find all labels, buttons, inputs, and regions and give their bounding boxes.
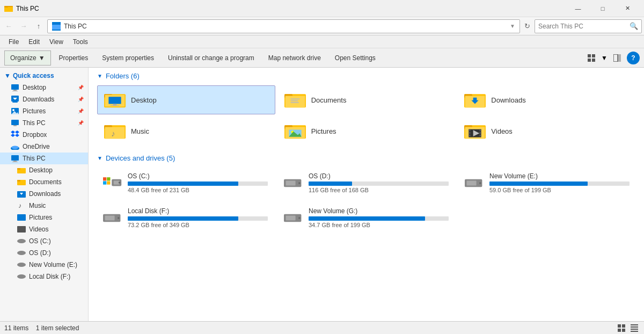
- svg-rect-80: [103, 177, 106, 180]
- sidebar-label: Downloads: [29, 190, 61, 198]
- drive-g[interactable]: New Volume (G:) 34.7 GB free of 199 GB: [278, 202, 455, 233]
- onedrive-icon: [11, 142, 19, 151]
- folder-pictures[interactable]: Pictures: [277, 117, 456, 146]
- search-icon[interactable]: 🔍: [630, 22, 638, 30]
- view-dropdown-icon[interactable]: ▼: [601, 54, 608, 62]
- item-count: 11 items: [4, 324, 28, 332]
- sidebar-label: This PC: [23, 155, 46, 162]
- folder-documents[interactable]: Documents: [277, 85, 456, 114]
- drive-d[interactable]: OS (D:) 116 GB free of 168 GB: [278, 168, 455, 198]
- sidebar-item-documents[interactable]: Documents: [0, 176, 88, 188]
- dropbox-icon: [11, 130, 19, 139]
- svg-rect-75: [469, 135, 471, 136]
- svg-rect-28: [12, 162, 18, 162]
- open-settings-button[interactable]: Open Settings: [329, 50, 382, 66]
- svg-rect-94: [105, 215, 115, 220]
- map-network-button[interactable]: Map network drive: [262, 50, 327, 66]
- menu-tools[interactable]: Tools: [69, 37, 92, 47]
- drives-grid: OS (C:) 48.4 GB free of 231 GB OS (D:): [97, 168, 635, 233]
- music-small-icon: ♪: [17, 201, 26, 210]
- drive-e-name: New Volume (E:): [489, 172, 630, 180]
- drive-d-bar: [309, 181, 449, 186]
- sidebar-item-e-drive[interactable]: New Volume (E:): [0, 259, 88, 271]
- forward-button[interactable]: →: [17, 20, 30, 33]
- folder-music[interactable]: ♪ Music: [97, 117, 275, 146]
- menu-edit[interactable]: Edit: [24, 37, 44, 47]
- sidebar-item-downloads[interactable]: Downloads: [0, 188, 88, 200]
- svg-point-95: [118, 217, 120, 219]
- svg-rect-26: [11, 155, 19, 161]
- drive-f-info: Local Disk (F:) 73.2 GB free of 349 GB: [128, 207, 268, 228]
- sidebar-label: Local Disk (F:): [29, 273, 70, 280]
- view-toggle-button[interactable]: [584, 50, 599, 66]
- sidebar-item-f-drive[interactable]: Local Disk (F:): [0, 271, 88, 282]
- sidebar-item-downloads-quick[interactable]: Downloads 📌: [0, 93, 88, 105]
- drive-e[interactable]: New Volume (E:) 59.0 GB free of 199 GB: [459, 168, 635, 198]
- svg-rect-2: [4, 6, 8, 8]
- quick-access-header[interactable]: ▼ Quick access: [0, 70, 88, 82]
- svg-point-86: [119, 181, 121, 184]
- address-dropdown-icon[interactable]: ▼: [510, 23, 515, 29]
- drive-d-free: 116 GB free of 168 GB: [309, 187, 449, 193]
- sidebar-item-pictures-quick[interactable]: Pictures 📌: [0, 105, 88, 117]
- titlebar-left: This PC: [4, 4, 39, 13]
- system-properties-button[interactable]: System properties: [96, 50, 160, 66]
- refresh-button[interactable]: ↻: [522, 22, 532, 30]
- svg-rect-101: [618, 329, 621, 332]
- svg-rect-54: [290, 102, 298, 103]
- back-button[interactable]: ←: [2, 20, 15, 33]
- address-box[interactable]: This PC ▼: [47, 19, 520, 33]
- selected-count: 1 item selected: [36, 324, 79, 332]
- sidebar-item-music[interactable]: ♪ Music: [0, 200, 88, 212]
- sidebar-item-desktop-quick[interactable]: Desktop 📌: [0, 82, 88, 93]
- drives-section-header[interactable]: ▼ Devices and drives (5): [97, 154, 635, 162]
- address-path: This PC: [64, 23, 508, 30]
- uninstall-button[interactable]: Uninstall or change a program: [162, 50, 260, 66]
- sidebar-item-pictures[interactable]: Pictures: [0, 212, 88, 223]
- sidebar-item-thispc-quick[interactable]: This PC 📌: [0, 117, 88, 129]
- drive-c[interactable]: OS (C:) 48.4 GB free of 231 GB: [97, 168, 274, 198]
- details-view-btn[interactable]: [629, 323, 640, 333]
- folder-name: Downloads: [491, 96, 525, 104]
- folders-chevron: ▼: [97, 73, 103, 79]
- pane-icon: [613, 54, 621, 62]
- drive-f-free: 73.2 GB free of 349 GB: [128, 222, 268, 228]
- organize-button[interactable]: Organize ▼: [4, 50, 51, 66]
- statusbar: 11 items 1 item selected: [0, 321, 644, 334]
- sidebar-item-desktop[interactable]: Desktop: [0, 164, 88, 176]
- large-icons-view-btn[interactable]: [616, 323, 627, 333]
- minimize-button[interactable]: —: [566, 0, 590, 17]
- up-button[interactable]: ↑: [32, 20, 45, 33]
- sidebar-item-videos[interactable]: Videos: [0, 223, 88, 235]
- properties-button[interactable]: Properties: [53, 50, 94, 66]
- folder-videos[interactable]: Videos: [457, 117, 635, 146]
- svg-point-98: [298, 217, 301, 219]
- svg-rect-11: [11, 84, 19, 90]
- sidebar-label: OneDrive: [23, 143, 50, 150]
- search-box[interactable]: 🔍: [535, 19, 642, 33]
- folder-small-icon: [17, 178, 26, 186]
- svg-marker-22: [11, 130, 15, 137]
- help-button[interactable]: ?: [627, 52, 640, 64]
- folder-name: Pictures: [311, 127, 336, 135]
- preview-pane-button[interactable]: [610, 50, 625, 66]
- sidebar-item-thispc-main[interactable]: This PC: [0, 153, 88, 164]
- sidebar-item-dropbox[interactable]: Dropbox: [0, 129, 88, 141]
- folders-section-header[interactable]: ▼ Folders (6): [97, 72, 635, 80]
- svg-rect-106: [631, 331, 638, 332]
- drive-e-free: 59.0 GB free of 199 GB: [489, 187, 630, 193]
- menu-file[interactable]: File: [4, 37, 23, 47]
- folder-downloads[interactable]: Downloads: [457, 85, 635, 114]
- folder-desktop[interactable]: Desktop: [97, 85, 275, 114]
- sidebar-label: Videos: [29, 226, 48, 233]
- desktop-icon: [11, 83, 19, 92]
- menu-view[interactable]: View: [45, 37, 68, 47]
- sidebar-item-onedrive[interactable]: OneDrive: [0, 141, 88, 153]
- sidebar-item-d-drive[interactable]: OS (D:): [0, 247, 88, 259]
- maximize-button[interactable]: □: [590, 0, 615, 17]
- drive-f[interactable]: Local Disk (F:) 73.2 GB free of 349 GB: [97, 202, 274, 233]
- close-button[interactable]: ✕: [615, 0, 640, 17]
- search-input[interactable]: [538, 23, 630, 30]
- sidebar-item-c-drive[interactable]: OS (C:): [0, 235, 88, 247]
- folders-grid: Desktop Documents: [97, 85, 635, 146]
